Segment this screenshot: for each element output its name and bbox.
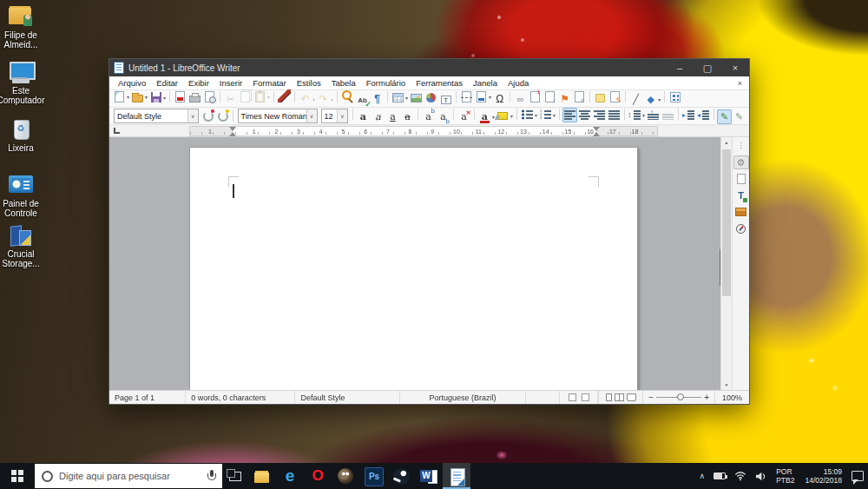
dropdown-arrow-icon[interactable]: ▾ [267, 94, 270, 100]
menu-formatar[interactable]: Formatar [247, 78, 292, 88]
word-count[interactable]: 0 words, 0 characters [186, 391, 295, 404]
desktop-icon-user-folder[interactable]: Filipe de Almeid... [0, 5, 50, 50]
insert-bookmark-button[interactable]: ⚑ [557, 92, 572, 107]
align-left-button[interactable] [562, 108, 577, 122]
taskbar-app-edge[interactable] [276, 463, 304, 489]
desktop-icon-control-panel[interactable]: Painel de Controle [0, 174, 50, 218]
page-break-button[interactable] [459, 89, 474, 104]
insert-field-button[interactable]: ▾ [474, 89, 492, 104]
tab-stop-selector-icon[interactable] [114, 128, 120, 134]
menu-inserir[interactable]: Inserir [214, 78, 247, 88]
properties-button[interactable]: ⚙ [733, 155, 749, 169]
bullets-button[interactable]: ▾ [520, 108, 538, 122]
insert-mode-icon[interactable] [569, 393, 576, 401]
action-center-button[interactable] [847, 463, 868, 489]
cross-reference-button[interactable] [572, 89, 587, 104]
sidebar-collapse-handle[interactable] [720, 248, 720, 287]
task-view-button[interactable] [222, 463, 248, 489]
title-bar[interactable]: Untitled 1 - LibreOffice Writer – ▢ × [109, 59, 749, 76]
ruler[interactable]: 1123456789101112131415161718 [109, 125, 749, 137]
dropdown-arrow-icon[interactable]: ▾ [127, 94, 129, 100]
desktop-icon-recycle-bin[interactable]: Lixeira [0, 118, 50, 153]
find-replace-button[interactable] [340, 89, 355, 103]
font-size-combo[interactable]: 12 ∨ [321, 109, 348, 123]
insert-footnote-button[interactable] [528, 89, 542, 104]
language-indicator[interactable]: POR PTB2 [771, 463, 799, 489]
navigator-deck-button[interactable] [733, 221, 749, 235]
update-style-button[interactable] [201, 109, 215, 123]
page-count[interactable]: Page 1 of 1 [109, 391, 186, 404]
zoom-out-icon[interactable]: − [648, 393, 654, 402]
taskbar-app-file-explorer[interactable] [248, 463, 276, 489]
menu-arquivo[interactable]: Arquivo [113, 78, 151, 88]
page-style[interactable]: Default Style [295, 391, 400, 404]
draw-functions-button[interactable] [667, 90, 682, 105]
taskbar-clock[interactable]: 15:09 14/02/2018 [799, 463, 847, 489]
subscript-button[interactable]: a [436, 109, 450, 124]
dropdown-arrow-icon[interactable]: ▾ [145, 94, 148, 100]
chevron-down-icon[interactable]: ∨ [306, 109, 317, 122]
chevron-down-icon[interactable]: ∨ [337, 109, 347, 122]
track-changes-button[interactable] [608, 89, 622, 104]
zoom-slider-thumb[interactable] [677, 393, 684, 400]
close-document-icon[interactable]: × [734, 79, 746, 88]
menu-editar[interactable]: Editar [151, 78, 183, 88]
align-center-button[interactable] [577, 108, 592, 122]
font-color-button[interactable]: a▾ [477, 109, 496, 124]
gallery-deck-button[interactable] [733, 205, 749, 219]
insert-comment-button[interactable] [593, 91, 608, 106]
right-indent-marker[interactable] [593, 127, 600, 136]
edit-mode-button[interactable]: ✎ [732, 109, 746, 124]
clear-formatting-button[interactable]: a [457, 109, 471, 124]
microphone-icon[interactable] [207, 470, 215, 482]
hidden-icons-chevron-icon[interactable]: ∧ [695, 463, 710, 489]
close-button[interactable]: × [721, 59, 749, 76]
sidebar-settings-button[interactable]: ⋮ [733, 139, 749, 153]
selection-mode-icon[interactable] [582, 393, 589, 401]
insert-hyperlink-button[interactable]: ∞ [513, 92, 528, 107]
scrollbar-thumb[interactable] [722, 149, 731, 296]
align-justify-button[interactable] [607, 108, 621, 122]
numbering-button[interactable]: ▾ [538, 108, 556, 122]
minimize-button[interactable]: – [666, 59, 694, 76]
line-spacing-button[interactable]: ▾ [628, 108, 646, 122]
menu-ferramentas[interactable]: Ferramentas [411, 78, 468, 88]
start-button[interactable] [0, 463, 35, 489]
bold-button[interactable]: a [356, 109, 371, 124]
zoom-slider-track[interactable] [656, 397, 701, 398]
multi-page-view-icon[interactable] [615, 393, 624, 401]
indent-decrease-button[interactable] [696, 108, 711, 122]
open-button[interactable]: ▾ [130, 89, 148, 104]
desktop-icon-this-pc[interactable]: Este Computador [0, 61, 50, 105]
basic-shapes-button[interactable]: ◆▾ [643, 92, 661, 107]
dropdown-arrow-icon[interactable]: ▾ [405, 95, 408, 101]
print-preview-button[interactable] [202, 89, 217, 104]
dropdown-arrow-icon[interactable]: ▾ [510, 113, 513, 119]
strikethrough-button[interactable]: a [400, 109, 415, 124]
document-page[interactable] [189, 147, 638, 390]
superscript-button[interactable]: a [421, 109, 436, 124]
highlight-button[interactable]: ▾ [496, 109, 514, 123]
dropdown-arrow-icon[interactable]: ▾ [163, 95, 166, 101]
chevron-down-icon[interactable]: ∨ [187, 109, 198, 122]
menu-ajuda[interactable]: Ajuda [503, 78, 534, 88]
new-document-button[interactable]: ▾ [112, 89, 130, 104]
insert-table-button[interactable]: ▾ [391, 90, 409, 105]
insert-chart-button[interactable] [424, 90, 438, 105]
taskbar-app-photoshop[interactable] [359, 463, 387, 489]
italic-button[interactable]: a [371, 109, 385, 124]
font-name-combo[interactable]: Times New Roman ∨ [238, 109, 318, 123]
dropdown-arrow-icon[interactable]: ▾ [553, 112, 556, 118]
document-area[interactable] [109, 137, 720, 390]
taskbar-app-opera[interactable] [304, 463, 332, 489]
left-indent-marker[interactable] [229, 127, 236, 136]
single-page-view-icon[interactable] [606, 393, 612, 401]
dropdown-arrow-icon[interactable]: ▾ [312, 96, 315, 102]
maximize-button[interactable]: ▢ [694, 59, 721, 76]
indent-increase-button[interactable] [681, 108, 696, 122]
formatting-marks-button[interactable]: ¶ [370, 92, 385, 107]
clone-formatting-button[interactable] [277, 89, 292, 103]
dropdown-arrow-icon[interactable]: ▾ [489, 94, 491, 100]
desktop-icon-crucial-storage[interactable]: Crucial Storage... [0, 224, 50, 268]
selection-mode[interactable] [560, 391, 598, 404]
